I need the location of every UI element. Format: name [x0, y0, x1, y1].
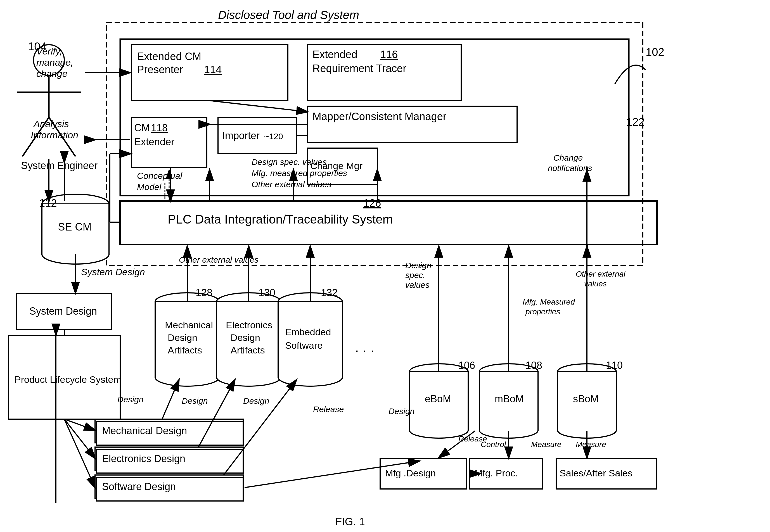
release-label1: Release: [313, 405, 344, 414]
design-spec3: Other external values: [252, 180, 331, 189]
emb-sw-text2: Software: [285, 340, 323, 351]
ext-req-num: 116: [380, 49, 398, 60]
sbom-label: sBoM: [573, 393, 599, 405]
label-126: 126: [363, 197, 381, 209]
disclosed-tool-title: Disclosed Tool and System: [218, 8, 359, 22]
system-engineer-label: System Engineer: [21, 160, 98, 171]
extended-cm-num: 114: [204, 64, 222, 75]
design-spec-right2: spec.: [405, 270, 425, 280]
change-label: change: [36, 68, 68, 79]
conceptual-model1: Conceptual: [137, 171, 183, 181]
measure-label1: Measure: [531, 440, 561, 449]
measure-label2: Measure: [576, 440, 606, 449]
importer-text: Importer: [222, 130, 260, 141]
label-106: 106: [458, 360, 475, 371]
cm-ext-line2: Extender: [134, 136, 174, 148]
mfg-design-text: Mfg .Design: [385, 468, 436, 478]
label-122: 122: [626, 116, 645, 128]
design-label4: Design: [388, 407, 414, 416]
elec-art-text2: Design: [231, 332, 260, 343]
design-label1: Design: [117, 395, 143, 404]
curve-122: [615, 65, 646, 84]
plc-to-soft: [64, 419, 95, 488]
mfg-proc-text: Mfg. Proc.: [475, 468, 518, 478]
diagram-svg: Disclosed Tool and System 102 104 System…: [0, 0, 770, 532]
soft-design-text: Software Design: [102, 481, 176, 492]
footer-text: FIG. 1: [335, 516, 365, 528]
ext-req-line2: Requirement Tracer: [312, 63, 406, 74]
analysis-label1: Analysis: [33, 118, 69, 129]
emb-sw-fill: [279, 302, 342, 377]
elec-art-text3: Artifacts: [231, 345, 265, 355]
system-design-italic: System Design: [81, 267, 145, 277]
ext-req-line1: Extended: [312, 49, 357, 60]
label-110: 110: [606, 360, 623, 371]
sales-text: Sales/After Sales: [560, 468, 632, 478]
design-label3: Design: [243, 396, 269, 405]
extended-cm-line2: Presenter: [137, 64, 183, 75]
change-notif1: Change: [553, 153, 583, 162]
mech-box-to-cyl: [162, 380, 179, 419]
other-ext-right2: values: [584, 279, 607, 288]
conceptual-model2: Model: [137, 182, 162, 192]
verify-label: Verify,: [36, 46, 62, 56]
design-spec2: Mfg. measured properties: [252, 168, 347, 178]
emb-sw-text1: Embedded: [285, 327, 331, 337]
importer-tilde: ~120: [264, 132, 283, 141]
label-112: 112: [39, 197, 57, 209]
mfg-measured2: properties: [525, 307, 560, 316]
design-label2: Design: [182, 396, 208, 405]
system-design-box-text: System Design: [29, 305, 97, 317]
elec-design-text: Electronics Design: [102, 453, 185, 464]
label-128: 128: [196, 287, 212, 298]
arrowhead-down-bi: [586, 244, 588, 250]
cm-ext-line1: CM: [134, 122, 150, 134]
mech-art-text1: Mechanical: [165, 320, 213, 330]
design-spec-right3: values: [405, 280, 430, 289]
other-external-label: Other external values: [179, 255, 259, 264]
label-102: 102: [646, 46, 664, 58]
control-label: Control: [481, 440, 506, 449]
design-spec1: Design spec. values: [252, 157, 326, 167]
mech-art-text2: Design: [168, 332, 197, 343]
label-132: 132: [321, 287, 338, 298]
extcm-to-mapper: [210, 101, 307, 112]
ebom-label: eBoM: [425, 393, 451, 405]
diagram-container: Disclosed Tool and System 102 104 System…: [0, 0, 770, 532]
plc-data-text: PLC Data Integration/Traceability System: [168, 212, 393, 226]
secm-label: SE CM: [58, 221, 91, 233]
elec-art-text1: Electronics: [226, 320, 272, 330]
label-108: 108: [525, 360, 542, 371]
dots-label: . . .: [355, 339, 374, 355]
mbom-label: mBoM: [495, 393, 524, 405]
cm-ext-num: 118: [151, 122, 168, 134]
mfg-measured1: Mfg. Measured: [523, 298, 575, 306]
manage-label: manage,: [36, 57, 73, 68]
change-notif2: notifications: [548, 163, 592, 173]
plc-system-label: Product Lifecycle System: [15, 374, 121, 385]
mech-art-text3: Artifacts: [168, 345, 202, 355]
other-ext-right1: Other external: [576, 270, 626, 278]
label-130: 130: [259, 287, 275, 298]
extended-cm-line1: Extended CM: [137, 51, 201, 62]
analysis-label2: Information: [31, 130, 78, 140]
mapper-text: Mapper/Consistent Manager: [312, 111, 447, 122]
design-spec-right1: Design: [405, 261, 431, 270]
mech-design-text: Mechanical Design: [102, 425, 187, 436]
